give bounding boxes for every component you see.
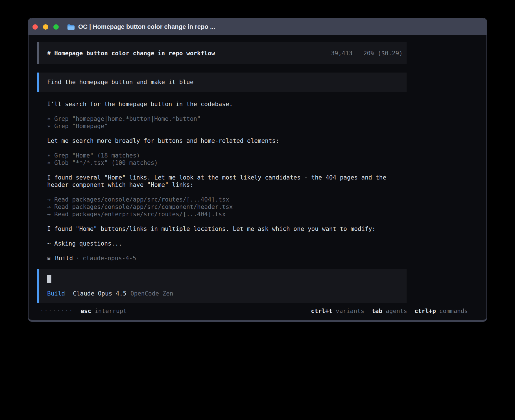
hint-commands: ctrl+p commands (414, 307, 468, 315)
assistant-status-line: ~ Asking questions... (47, 240, 407, 247)
agent-attribution-line: ▣ Build · claude-opus-4-5 (47, 255, 486, 262)
user-message-text: Find the homepage button and make it blu… (47, 78, 193, 86)
status-bar: ········ esc interrupt ctrl+t variants t… (40, 307, 468, 315)
session-title: # Homepage button color change in repo w… (47, 50, 215, 57)
prompt-input-footer: Build Claude Opus 4.5 OpenCode Zen (47, 290, 398, 297)
zoom-button[interactable] (53, 24, 59, 30)
hint-agents: tab agents (372, 307, 407, 315)
agent-square-icon: ▣ (47, 255, 50, 262)
tool-call-grep: ∗ Grep "homepage|home.*button|Home.*butt… (47, 115, 486, 123)
tool-call-group: → Read packages/console/app/src/routes/[… (47, 196, 486, 218)
traffic-lights (32, 24, 59, 30)
assistant-paragraph: Let me search more broadly for buttons a… (47, 137, 407, 145)
interrupt-key: esc (80, 307, 91, 315)
assistant-paragraph: I found several "Home" links. Let me loo… (47, 174, 407, 189)
text-cursor (47, 275, 51, 283)
input-model-name: Claude Opus 4.5 (73, 290, 126, 297)
prompt-input[interactable]: Build Claude Opus 4.5 OpenCode Zen (37, 269, 407, 303)
tool-call-grep: ∗ Grep "Homepage" (47, 123, 486, 130)
hint-commands-key: ctrl+p (414, 307, 436, 315)
activity-dots: ········ (40, 307, 73, 315)
folder-icon (67, 24, 75, 30)
session-stats: 39,413 20% ($0.29) (331, 50, 403, 57)
agent-model: claude-opus-4-5 (83, 255, 136, 262)
hint-agents-key: tab (372, 307, 382, 315)
hint-variants-key: ctrl+t (311, 307, 332, 315)
input-agent-mode: Build (47, 290, 65, 297)
session-header: # Homepage button color change in repo w… (37, 42, 407, 64)
context-usage: 20% ($0.29) (363, 50, 403, 57)
tool-call-grep: ∗ Grep "Home" (18 matches) (47, 152, 486, 159)
titlebar-title-wrap: OC | Homepage button color change in rep… (67, 23, 215, 30)
user-message: Find the homepage button and make it blu… (37, 73, 407, 92)
terminal-window: OC | Homepage button color change in rep… (28, 18, 487, 322)
assistant-transcript: I'll search for the homepage button in t… (37, 92, 486, 262)
hint-agents-label: agents (386, 307, 407, 315)
tool-call-read: → Read packages/enterprise/src/routes/[.… (47, 211, 486, 218)
tool-call-group: ∗ Grep "homepage|home.*button|Home.*butt… (47, 115, 486, 130)
token-count: 39,413 (331, 50, 352, 57)
agent-separator: · (76, 255, 80, 262)
terminal-content: # Homepage button color change in repo w… (29, 35, 486, 315)
tool-call-group: ∗ Grep "Home" (18 matches) ∗ Glob "**/*.… (47, 152, 486, 167)
assistant-paragraph: I'll search for the homepage button in t… (47, 100, 407, 108)
hint-variants: ctrl+t variants (311, 307, 364, 315)
agent-name: Build (55, 255, 73, 262)
tool-call-glob: ∗ Glob "**/*.tsx" (100 matches) (47, 159, 486, 167)
hint-variants-label: variants (336, 307, 364, 315)
minimize-button[interactable] (43, 24, 48, 30)
tool-call-read: → Read packages/console/app/src/routes/[… (47, 196, 486, 203)
interrupt-label: interrupt (95, 307, 127, 315)
hint-commands-label: commands (439, 307, 468, 315)
status-right: ctrl+t variants tab agents ctrl+p comman… (311, 307, 468, 315)
status-left: ········ esc interrupt (40, 307, 127, 315)
input-provider-name: OpenCode Zen (130, 290, 173, 297)
close-button[interactable] (32, 24, 38, 30)
tool-call-read: → Read packages/console/app/src/componen… (47, 203, 486, 211)
assistant-paragraph: I found "Home" buttons/links in multiple… (47, 225, 407, 233)
window-title: OC | Homepage button color change in rep… (78, 23, 215, 30)
window-titlebar[interactable]: OC | Homepage button color change in rep… (29, 18, 486, 35)
